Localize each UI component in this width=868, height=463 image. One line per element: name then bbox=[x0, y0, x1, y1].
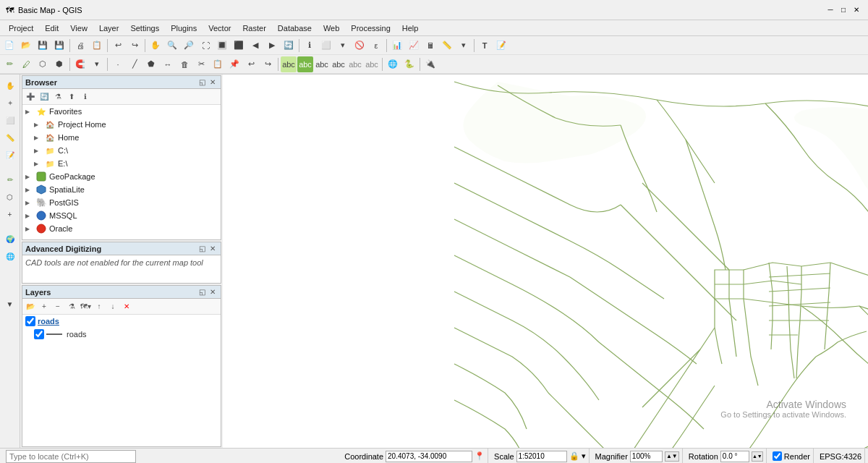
layers-filter-map-btn[interactable]: 🗺▾ bbox=[79, 300, 92, 313]
minimize-button[interactable]: ─ bbox=[825, 4, 836, 16]
plugin-btn[interactable]: 🔌 bbox=[422, 56, 438, 72]
browser-info-btn[interactable]: ℹ bbox=[79, 90, 92, 103]
zoom-selection-btn[interactable]: ⬛ bbox=[231, 38, 247, 54]
add-polygon-btn[interactable]: ⬟ bbox=[143, 56, 159, 72]
globe-btn[interactable]: 🌐 bbox=[385, 56, 401, 72]
browser-e-drive[interactable]: ▶ 📁 E:\ bbox=[22, 157, 221, 170]
layers-float-btn[interactable]: ◱ bbox=[197, 287, 207, 297]
browser-mssql[interactable]: ▶ MSSQL bbox=[22, 209, 221, 222]
digitize-btn[interactable]: ✏ bbox=[1, 56, 17, 72]
left-select-btn[interactable]: ⬜ bbox=[2, 112, 18, 128]
browser-favorites[interactable]: ▶ ⭐ Favorites bbox=[22, 105, 221, 118]
zoom-last-btn[interactable]: ◀ bbox=[247, 38, 263, 54]
left-measure-btn[interactable]: 📏 bbox=[2, 129, 18, 145]
browser-close-btn[interactable]: ✕ bbox=[208, 77, 218, 88]
menu-vector[interactable]: Vector bbox=[203, 22, 237, 34]
menu-plugins[interactable]: Plugins bbox=[165, 22, 203, 34]
browser-refresh-btn[interactable]: 🔄 bbox=[38, 90, 51, 103]
copy-feature-btn[interactable]: 📋 bbox=[210, 56, 226, 72]
left-arrow-down-btn[interactable]: ▼ bbox=[2, 296, 18, 312]
menu-processing[interactable]: Processing bbox=[345, 22, 396, 34]
layer-roads-1[interactable]: roads bbox=[22, 315, 221, 328]
menu-settings[interactable]: Settings bbox=[124, 22, 165, 34]
identify-btn[interactable]: ℹ bbox=[302, 38, 318, 54]
snapping-dropdown-btn[interactable]: ▾ bbox=[89, 56, 105, 72]
rotation-spinner[interactable]: ▲▼ bbox=[752, 451, 763, 462]
zoom-layer-btn[interactable]: 🔳 bbox=[214, 38, 230, 54]
adv-dig-float-btn[interactable]: ◱ bbox=[197, 244, 207, 254]
cut-feature-btn[interactable]: ✂ bbox=[193, 56, 209, 72]
select-expr-btn[interactable]: ε bbox=[368, 38, 384, 54]
adv-dig-close-btn[interactable]: ✕ bbox=[208, 244, 218, 254]
annotation-btn[interactable]: 📝 bbox=[493, 38, 509, 54]
label-toolbar-btn[interactable]: abc bbox=[297, 56, 313, 72]
delete-feature-btn[interactable]: 🗑 bbox=[176, 56, 192, 72]
layers-open-btn[interactable]: 📂 bbox=[24, 300, 37, 313]
magnifier-slider[interactable]: ▲▼ bbox=[665, 451, 679, 462]
browser-c-drive[interactable]: ▶ 📁 C:\ bbox=[22, 144, 221, 157]
locate-input[interactable] bbox=[6, 450, 136, 463]
layers-filter-btn[interactable]: ⚗ bbox=[65, 300, 78, 313]
left-identify-btn[interactable]: ✦ bbox=[2, 95, 18, 111]
undo-btn[interactable]: ↩ bbox=[110, 38, 126, 54]
left-node-btn[interactable]: ⬡ bbox=[2, 189, 18, 205]
menu-help[interactable]: Help bbox=[396, 22, 425, 34]
redo-edit-btn[interactable]: ↪ bbox=[260, 56, 276, 72]
layer-roads-1-name[interactable]: roads bbox=[38, 317, 59, 326]
layer-roads-1-check[interactable] bbox=[25, 316, 35, 326]
browser-project-home[interactable]: ▶ 🏠 Project Home bbox=[22, 118, 221, 131]
map-area[interactable]: Activate Windows Go to Settings to activ… bbox=[223, 75, 868, 448]
rotation-input[interactable] bbox=[720, 451, 749, 462]
python-btn[interactable]: 🐍 bbox=[401, 56, 417, 72]
scale-input[interactable] bbox=[516, 451, 567, 462]
left-globe-btn[interactable]: 🌍 bbox=[2, 231, 18, 247]
menu-raster[interactable]: Raster bbox=[237, 22, 271, 34]
browser-oracle[interactable]: ▶ Oracle bbox=[22, 222, 221, 235]
left-add-feature-btn[interactable]: + bbox=[2, 206, 18, 222]
measure-dropdown-btn[interactable]: ▾ bbox=[456, 38, 472, 54]
left-pan-btn[interactable]: ✋ bbox=[2, 77, 18, 93]
browser-geopackage[interactable]: ▶ GeoPackage bbox=[22, 170, 221, 183]
browser-add-btn[interactable]: ➕ bbox=[24, 90, 37, 103]
label-btn[interactable]: abc bbox=[281, 56, 297, 72]
layers-remove-layer-btn[interactable]: ✕ bbox=[120, 300, 133, 313]
browser-spatialite[interactable]: ▶ SpatiaLite bbox=[22, 183, 221, 196]
print-manager-btn[interactable]: 📋 bbox=[89, 38, 105, 54]
layers-close-btn[interactable]: ✕ bbox=[208, 287, 218, 297]
browser-collapse-btn[interactable]: ⬆ bbox=[65, 90, 78, 103]
select-dropdown-btn[interactable]: ▾ bbox=[335, 38, 351, 54]
menu-edit[interactable]: Edit bbox=[39, 22, 64, 34]
zoom-next-btn[interactable]: ▶ bbox=[264, 38, 280, 54]
label4-btn[interactable]: abc bbox=[347, 56, 363, 72]
deselect-btn[interactable]: 🚫 bbox=[352, 38, 367, 54]
maximize-button[interactable]: □ bbox=[838, 4, 849, 16]
label5-btn[interactable]: abc bbox=[364, 56, 380, 72]
left-edit-btn[interactable]: ✏ bbox=[2, 171, 18, 187]
layers-add-btn[interactable]: + bbox=[38, 300, 51, 313]
left-crs-btn[interactable]: 🌐 bbox=[2, 248, 18, 264]
save-project-btn[interactable]: 💾 bbox=[35, 38, 51, 54]
titlebar-controls[interactable]: ─ □ ✕ bbox=[825, 4, 862, 16]
label2-btn[interactable]: abc bbox=[314, 56, 330, 72]
zoom-in-btn[interactable]: 🔍 bbox=[164, 38, 180, 54]
select-by-rect-btn[interactable]: ⬜ bbox=[318, 38, 334, 54]
add-line-btn[interactable]: ╱ bbox=[127, 56, 142, 72]
redo-btn[interactable]: ↪ bbox=[127, 38, 142, 54]
epsg-section[interactable]: EPSG:4326 bbox=[817, 449, 865, 463]
text-annotation-btn[interactable]: T bbox=[477, 38, 493, 54]
menu-layer[interactable]: Layer bbox=[93, 22, 125, 34]
pan-map-btn[interactable]: ✋ bbox=[148, 38, 163, 54]
snapping-btn[interactable]: 🧲 bbox=[72, 56, 88, 72]
layer-roads-2-check[interactable] bbox=[34, 329, 44, 339]
menu-project[interactable]: Project bbox=[3, 22, 39, 34]
layers-move-down-btn[interactable]: ↓ bbox=[106, 300, 119, 313]
refresh-btn[interactable]: 🔄 bbox=[281, 38, 297, 54]
scale-dropdown-btn[interactable]: ▾ bbox=[582, 451, 586, 461]
zoom-full-btn[interactable]: ⛶ bbox=[197, 38, 213, 54]
coordinate-input[interactable] bbox=[386, 451, 472, 462]
stat-btn[interactable]: 📈 bbox=[406, 38, 422, 54]
menu-database[interactable]: Database bbox=[272, 22, 318, 34]
layers-move-up-btn[interactable]: ↑ bbox=[93, 300, 106, 313]
multi-edit-btn[interactable]: ⬢ bbox=[51, 56, 67, 72]
zoom-out-btn[interactable]: 🔎 bbox=[181, 38, 197, 54]
